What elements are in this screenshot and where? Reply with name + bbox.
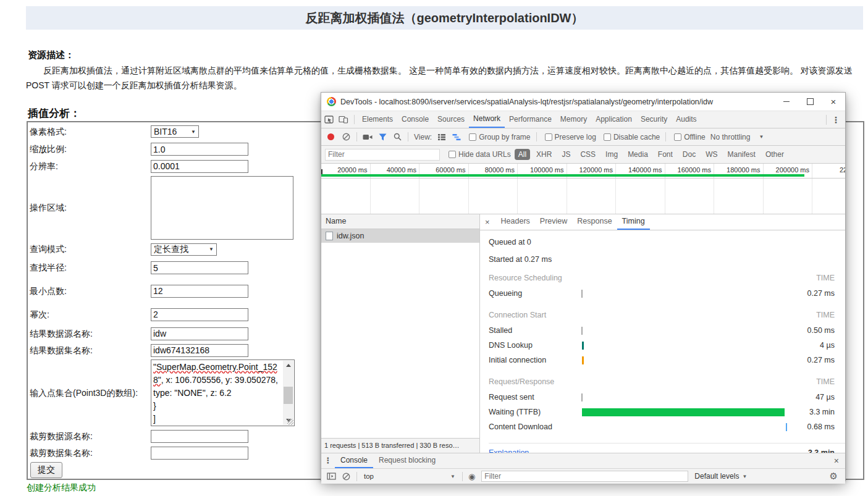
result-datasource-input[interactable]: [151, 327, 248, 340]
filter-type-manifest[interactable]: Manifest: [724, 149, 759, 160]
tab-network[interactable]: Network: [469, 111, 505, 128]
pixel-format-select[interactable]: BIT16 ▼: [151, 125, 199, 138]
power-label: 幂次:: [28, 309, 151, 321]
tab-timing[interactable]: Timing: [617, 214, 650, 230]
list-view-icon[interactable]: [434, 130, 449, 145]
timing-label: Queueing: [489, 289, 580, 298]
screenshot-icon[interactable]: [360, 130, 375, 145]
throttling-select[interactable]: No throttling ▼: [710, 133, 764, 141]
clear-console-icon[interactable]: [339, 469, 353, 484]
tab-headers[interactable]: Headers: [496, 214, 535, 230]
filter-type-other[interactable]: Other: [762, 149, 788, 160]
hide-data-urls-checkbox[interactable]: [449, 151, 456, 158]
devtools-window: DevTools - localhost:8090/iserver/servic…: [321, 92, 846, 481]
context-selector[interactable]: top ▼: [360, 473, 459, 480]
request-row[interactable]: idw.json: [321, 229, 479, 243]
scale-input[interactable]: [151, 143, 248, 156]
filter-type-img[interactable]: Img: [602, 149, 622, 160]
maximize-button[interactable]: [798, 93, 822, 111]
console-sidebar-icon[interactable]: [324, 469, 339, 484]
close-drawer-icon[interactable]: ×: [834, 453, 839, 468]
explanation-link[interactable]: Explanation: [489, 448, 529, 453]
scale-label: 缩放比例:: [28, 143, 151, 155]
filter-type-ws[interactable]: WS: [702, 149, 721, 160]
textarea-scrollbar[interactable]: [283, 361, 293, 425]
network-filter-input[interactable]: [325, 149, 440, 161]
clear-icon[interactable]: [339, 130, 353, 145]
disable-cache-checkbox[interactable]: [604, 133, 611, 141]
group-by-frame-checkbox[interactable]: [469, 133, 476, 141]
tab-sources[interactable]: Sources: [433, 112, 469, 127]
log-levels-value: Default levels: [694, 472, 739, 481]
search-icon[interactable]: [390, 130, 405, 145]
submit-button[interactable]: 提交: [30, 462, 62, 478]
min-points-input[interactable]: [151, 285, 248, 298]
scroll-up-button[interactable]: [283, 361, 293, 370]
filter-icon[interactable]: [375, 130, 390, 145]
filter-type-js[interactable]: JS: [558, 149, 574, 160]
scrollbar-thumb[interactable]: [284, 387, 293, 404]
timing-value: 3.3 min: [789, 408, 845, 416]
timing-row: Initial connection 0.27 ms: [489, 353, 845, 368]
filter-type-media[interactable]: Media: [624, 149, 652, 160]
tab-elements[interactable]: Elements: [358, 112, 397, 127]
resolution-input[interactable]: [151, 160, 248, 173]
result-dataset-input[interactable]: [151, 344, 248, 357]
tab-response[interactable]: Response: [572, 214, 617, 230]
offline-checkbox[interactable]: [674, 133, 681, 141]
status-message: 创建分析结果成功: [27, 482, 96, 494]
section-title: Resource Scheduling: [489, 274, 562, 282]
minimize-button[interactable]: [775, 93, 798, 111]
tab-preview[interactable]: Preview: [535, 214, 572, 230]
timing-label: Content Download: [489, 422, 580, 431]
query-mode-select[interactable]: 定长查找 ▼: [151, 243, 217, 256]
log-levels-select[interactable]: Default levels ▼: [694, 472, 747, 481]
filter-type-doc[interactable]: Doc: [679, 149, 699, 160]
timing-section-header: Resource Scheduling TIME: [489, 274, 845, 282]
live-expression-icon[interactable]: ◉: [468, 472, 475, 481]
operation-region-textarea[interactable]: [151, 176, 293, 240]
separator: [354, 115, 355, 124]
more-options-icon[interactable]: ⋮: [826, 115, 840, 125]
view-label: View:: [414, 133, 432, 141]
tab-console[interactable]: Console: [397, 112, 433, 127]
console-filter-input[interactable]: [481, 471, 688, 482]
tab-memory[interactable]: Memory: [556, 112, 591, 127]
filter-type-all[interactable]: All: [515, 149, 530, 160]
resize-grip-icon[interactable]: [287, 419, 293, 425]
drawer-menu-icon[interactable]: ⋮: [321, 453, 335, 468]
network-main: Name idw.json 1 requests | 513 B transfe…: [321, 214, 845, 453]
power-input[interactable]: [151, 308, 248, 321]
name-column-header[interactable]: Name: [321, 214, 479, 229]
drawer-tab-console[interactable]: Console: [335, 453, 373, 468]
device-toolbar-icon[interactable]: [336, 112, 351, 127]
search-radius-input[interactable]: [151, 261, 248, 274]
filter-type-font[interactable]: Font: [654, 149, 676, 160]
timeline-overview[interactable]: [321, 179, 845, 214]
tab-audits[interactable]: Audits: [672, 112, 701, 127]
tab-performance[interactable]: Performance: [505, 112, 556, 127]
timing-value: 0.27 ms: [789, 356, 845, 364]
record-icon[interactable]: [327, 133, 334, 140]
select-value: BIT16: [154, 127, 177, 137]
close-detail-icon[interactable]: ×: [485, 217, 490, 227]
clip-datasource-input[interactable]: [151, 430, 248, 443]
preserve-log-checkbox[interactable]: [545, 133, 552, 141]
close-window-button[interactable]: ×: [822, 93, 845, 111]
devtools-titlebar[interactable]: DevTools - localhost:8090/iserver/servic…: [321, 93, 845, 111]
input-points-textarea[interactable]: "SuperMap.Geometry.Point_1528", x: 106.7…: [151, 359, 295, 426]
min-points-label: 最小点数:: [28, 285, 151, 297]
filter-type-xhr[interactable]: XHR: [533, 149, 555, 160]
inspect-icon[interactable]: [321, 112, 336, 127]
clip-dataset-input[interactable]: [151, 447, 248, 460]
started-at-text: Started at 0.27 ms: [489, 255, 845, 264]
tab-security[interactable]: Security: [636, 112, 672, 127]
clip-dataset-label: 裁剪数据集名称:: [28, 447, 151, 459]
time-column-header: TIME: [816, 377, 845, 386]
waterfall-view-icon[interactable]: [449, 130, 464, 145]
console-settings-icon[interactable]: ⚙: [830, 471, 838, 482]
filter-type-css[interactable]: CSS: [576, 149, 599, 160]
drawer-tab-request-blocking[interactable]: Request blocking: [373, 453, 441, 468]
console-drawer: ⋮ Console Request blocking × top ▼ ◉ Def…: [321, 453, 845, 484]
tab-application[interactable]: Application: [591, 112, 636, 127]
